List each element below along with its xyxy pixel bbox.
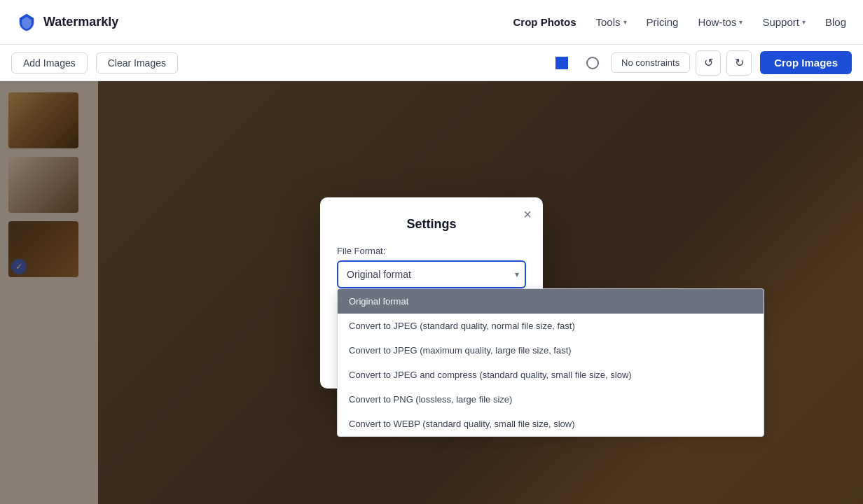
- dialog-close-button[interactable]: ×: [523, 207, 532, 221]
- settings-dialog: Settings × File Format: Original format …: [320, 197, 543, 388]
- nav-howtos[interactable]: How-tos ▾: [698, 16, 743, 28]
- add-images-button[interactable]: Add Images: [11, 52, 88, 74]
- constraint-button[interactable]: No constraints: [611, 52, 690, 73]
- clear-images-button[interactable]: Clear Images: [96, 52, 178, 74]
- nav-tools[interactable]: Tools ▾: [596, 16, 627, 28]
- main-area: ✓ Settings × File Format: Original forma…: [0, 81, 863, 504]
- dropdown-option-webp[interactable]: Convert to WEBP (standard quality, small…: [338, 412, 764, 436]
- dropdown-option-jpeg-max[interactable]: Convert to JPEG (maximum quality, large …: [338, 338, 764, 363]
- square-icon: [555, 57, 568, 69]
- file-format-select[interactable]: Original format Convert to JPEG (standar…: [337, 260, 526, 288]
- circle-icon: [586, 57, 599, 69]
- dialog-title: Settings: [337, 217, 526, 232]
- square-crop-button[interactable]: [549, 50, 574, 76]
- rotate-left-icon: ↺: [704, 56, 713, 69]
- dropdown-option-png[interactable]: Convert to PNG (lossless, large file siz…: [338, 387, 764, 412]
- dropdown-option-original[interactable]: Original format: [338, 289, 764, 314]
- dropdown-option-jpeg-standard[interactable]: Convert to JPEG (standard quality, norma…: [338, 314, 764, 338]
- nav-support[interactable]: Support ▾: [762, 16, 806, 28]
- tools-chevron-icon: ▾: [623, 18, 627, 26]
- circle-crop-button[interactable]: [580, 50, 605, 76]
- toolbar: Add Images Clear Images No constraints ↺…: [0, 45, 863, 81]
- rotate-right-icon: ↻: [735, 56, 744, 69]
- rotate-right-button[interactable]: ↻: [726, 50, 752, 76]
- support-chevron-icon: ▾: [802, 18, 806, 26]
- file-format-select-wrapper: Original format Convert to JPEG (standar…: [337, 260, 526, 288]
- rotate-left-button[interactable]: ↺: [696, 50, 721, 76]
- header: Watermarkly Crop Photos Tools ▾ Pricing …: [0, 0, 863, 45]
- dialog-backdrop: Settings × File Format: Original format …: [0, 81, 863, 504]
- dropdown-option-jpeg-compress[interactable]: Convert to JPEG and compress (standard q…: [338, 363, 764, 387]
- file-format-label: File Format:: [337, 246, 526, 256]
- main-nav: Crop Photos Tools ▾ Pricing How-tos ▾ Su…: [513, 16, 846, 28]
- crop-images-toolbar-button[interactable]: Crop Images: [760, 51, 852, 74]
- howtos-chevron-icon: ▾: [739, 18, 743, 26]
- nav-crop-photos[interactable]: Crop Photos: [513, 16, 577, 28]
- toolbar-center: No constraints ↺ ↻: [549, 50, 752, 76]
- nav-blog[interactable]: Blog: [825, 16, 846, 28]
- logo-text: Watermarkly: [43, 15, 118, 29]
- format-dropdown-list: Original format Convert to JPEG (standar…: [337, 288, 764, 437]
- logo-icon: [17, 13, 36, 32]
- logo[interactable]: Watermarkly: [17, 13, 118, 32]
- nav-pricing[interactable]: Pricing: [647, 16, 679, 28]
